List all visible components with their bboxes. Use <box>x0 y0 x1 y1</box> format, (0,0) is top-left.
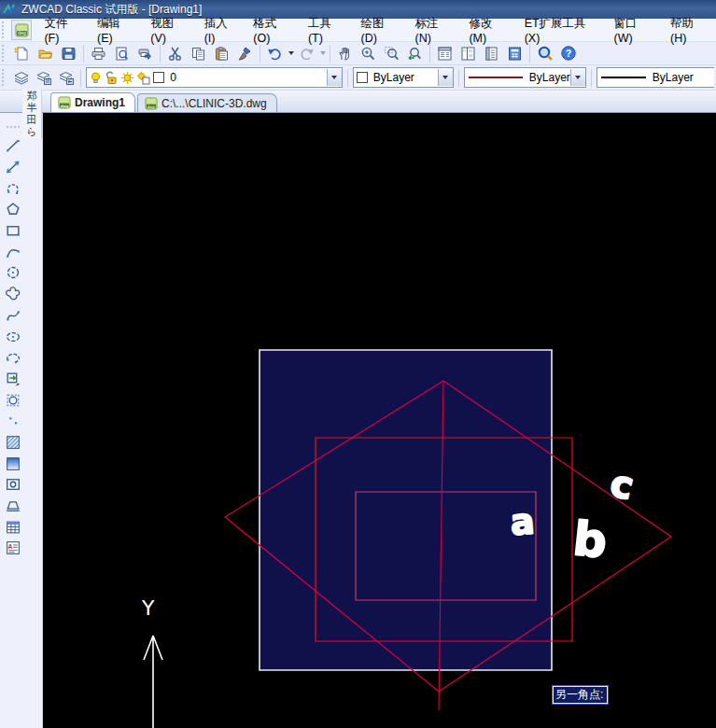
menu-view[interactable]: 视图(V) <box>142 14 195 47</box>
tool-palettes-button[interactable] <box>480 43 503 64</box>
glyph-button[interactable]: 田 <box>27 114 37 126</box>
svg-text:dwg: dwg <box>61 104 69 108</box>
gradient-button[interactable] <box>2 454 24 474</box>
design-center-button[interactable] <box>456 43 480 64</box>
zwcad-logo-icon[interactable] <box>3 3 18 16</box>
undo-button[interactable] <box>263 43 287 64</box>
insert-block-button[interactable] <box>2 369 24 389</box>
menu-modify[interactable]: 修改(M) <box>460 14 515 47</box>
menu-format[interactable]: 格式(O) <box>245 14 300 47</box>
help-button[interactable]: ? <box>556 43 580 64</box>
color-combo-dropdown-button[interactable] <box>438 69 453 86</box>
menu-draw[interactable]: 绘图(D) <box>353 14 407 47</box>
undo-dropdown-button[interactable] <box>287 44 295 63</box>
glyph-button[interactable]: 郑 <box>27 90 37 102</box>
zoom-window-button[interactable] <box>380 43 403 64</box>
menu-dimension[interactable]: 标注(N) <box>406 14 460 47</box>
print-preview-button[interactable] <box>110 43 133 64</box>
draw-toolbar-grip[interactable] <box>7 126 20 132</box>
table-icon <box>5 519 21 536</box>
point-button[interactable] <box>2 411 24 431</box>
linetype-combo[interactable]: ByLayer <box>464 67 586 88</box>
mtext-icon: A <box>5 539 21 556</box>
lineweight-combo[interactable]: ByLayer <box>597 67 714 88</box>
save-file-button[interactable] <box>57 43 80 64</box>
menu-tools[interactable]: 工具(T) <box>300 14 353 47</box>
freeze-in-viewport-icon[interactable] <box>136 71 150 85</box>
drawing-geometry: Y a b c <box>43 113 716 728</box>
tab-label: C:\...\CLINIC-3D.dwg <box>161 97 267 110</box>
dynamic-input-prompt: 另一角点: <box>553 686 608 704</box>
line-button[interactable] <box>2 135 24 156</box>
publish-icon <box>137 46 153 62</box>
menu-file[interactable]: 文件(F) <box>35 14 89 47</box>
copy-button[interactable] <box>187 43 210 64</box>
toolbar-grip[interactable] <box>2 69 8 86</box>
region-button[interactable] <box>2 496 24 516</box>
quickcalc-button[interactable] <box>503 43 526 64</box>
layer-color-swatch[interactable] <box>153 72 164 83</box>
layer-properties-button[interactable] <box>10 67 33 89</box>
menu-window[interactable]: 窗口(W) <box>606 14 663 47</box>
cut-button[interactable] <box>163 43 187 64</box>
construction-line-button[interactable] <box>2 157 24 177</box>
arc-button[interactable] <box>2 242 24 262</box>
print-button[interactable] <box>87 43 110 64</box>
polygon-button[interactable] <box>2 199 24 219</box>
y-axis-label: Y <box>141 596 155 620</box>
redo-button[interactable] <box>295 43 318 64</box>
print-icon <box>91 46 106 62</box>
circle-button[interactable] <box>2 262 24 283</box>
blue-filled-square <box>260 350 552 670</box>
mtext-button[interactable]: A <box>2 538 24 558</box>
spline-icon <box>5 307 21 324</box>
menu-express-tools[interactable]: ET扩展工具(X) <box>516 14 606 47</box>
rectangle-button[interactable] <box>2 220 24 241</box>
open-file-button[interactable] <box>34 43 57 64</box>
color-combo[interactable]: ByLayer <box>353 67 454 88</box>
table-button[interactable] <box>2 517 24 538</box>
ellipse-arc-button[interactable] <box>2 347 24 368</box>
layer-previous-button[interactable] <box>55 67 77 89</box>
menu-edit[interactable]: 编辑(E) <box>89 14 142 47</box>
tab-drawing1[interactable]: dwg Drawing1 <box>50 92 135 112</box>
layer-states-button[interactable] <box>33 67 55 89</box>
sun-on-icon[interactable] <box>120 71 134 85</box>
toolbar-grip[interactable] <box>2 45 8 62</box>
layer-combo-dropdown-button[interactable] <box>327 69 342 86</box>
make-block-button[interactable] <box>2 390 24 411</box>
ellipse-button[interactable] <box>2 327 24 347</box>
paste-button[interactable] <box>210 43 233 64</box>
new-file-button[interactable] <box>10 43 34 64</box>
zoom-previous-button[interactable] <box>403 43 427 64</box>
match-properties-button[interactable] <box>233 43 257 64</box>
menubar-grip[interactable] <box>2 21 8 38</box>
circle-icon <box>5 264 21 281</box>
revision-cloud-button[interactable] <box>2 284 24 304</box>
properties-palette-button[interactable] <box>433 43 456 64</box>
glyph-button[interactable]: ら <box>26 126 36 138</box>
make-block-icon <box>5 392 21 409</box>
lock-open-icon[interactable] <box>105 71 119 85</box>
linetype-combo-dropdown-button[interactable] <box>570 69 585 86</box>
open-file-icon <box>37 46 53 62</box>
toolbar-separator <box>80 69 81 87</box>
layer-combo[interactable]: 0 <box>86 67 343 88</box>
hatch-button[interactable] <box>2 432 24 453</box>
spline-button[interactable] <box>2 305 24 326</box>
publish-button[interactable] <box>133 43 157 64</box>
pan-button[interactable] <box>333 43 357 64</box>
zoom-realtime-button[interactable] <box>357 43 380 64</box>
glyph-button[interactable]: 半 <box>27 102 37 114</box>
redo-dropdown-button[interactable] <box>318 44 327 63</box>
menu-insert[interactable]: 插入(I) <box>196 14 246 47</box>
document-control-box[interactable]: dwg <box>11 20 33 40</box>
donut-button[interactable] <box>2 474 24 495</box>
menu-help[interactable]: 帮助(H) <box>662 14 716 47</box>
polyline-button[interactable] <box>2 178 24 199</box>
search-button[interactable] <box>533 43 556 64</box>
insert-block-icon <box>5 371 21 387</box>
bulb-on-icon[interactable] <box>89 71 103 85</box>
tab-clinic-3d[interactable]: dwg C:\...\CLINIC-3D.dwg <box>137 93 277 112</box>
drawing-viewport[interactable]: Y a b c 另一角点: <box>43 113 716 728</box>
